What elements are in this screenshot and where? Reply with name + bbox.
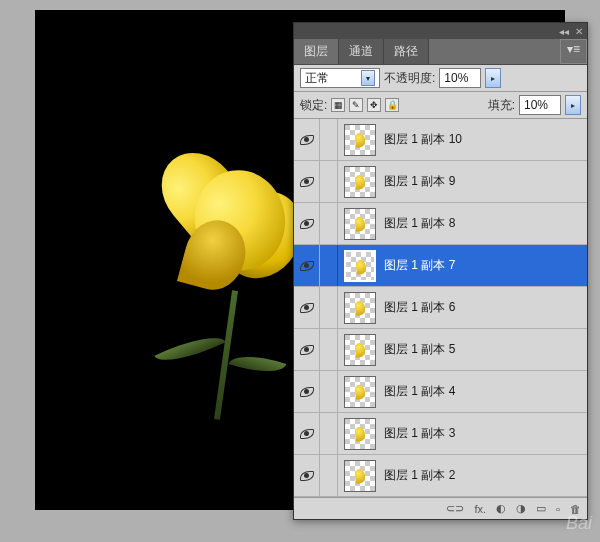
link-column[interactable] xyxy=(320,455,338,496)
layer-name[interactable]: 图层 1 副本 10 xyxy=(382,131,587,148)
link-column[interactable] xyxy=(320,119,338,160)
visibility-toggle[interactable] xyxy=(294,203,320,244)
blend-mode-select[interactable]: 正常 ▾ xyxy=(300,68,380,88)
layer-name[interactable]: 图层 1 副本 6 xyxy=(382,299,587,316)
layer-thumbnail[interactable] xyxy=(344,418,376,450)
panel-menu-icon[interactable]: ▾≡ xyxy=(560,39,587,64)
layer-row[interactable]: 图层 1 副本 9 xyxy=(294,161,587,203)
visibility-toggle[interactable] xyxy=(294,455,320,496)
link-column[interactable] xyxy=(320,203,338,244)
blend-row: 正常 ▾ 不透明度: 10% ▸ xyxy=(294,65,587,92)
tab-paths[interactable]: 路径 xyxy=(384,39,429,64)
fx-icon[interactable]: fx. xyxy=(474,503,486,515)
layer-name[interactable]: 图层 1 副本 7 xyxy=(382,257,587,274)
layer-thumbnail[interactable] xyxy=(344,166,376,198)
collapse-icon[interactable]: ◂◂ xyxy=(559,26,569,37)
lock-row: 锁定: ▦ ✎ ✥ 🔒 填充: 10% ▸ xyxy=(294,92,587,119)
visibility-toggle[interactable] xyxy=(294,119,320,160)
layer-thumbnail[interactable] xyxy=(344,250,376,282)
eye-icon xyxy=(300,387,314,397)
new-layer-icon[interactable]: ▫ xyxy=(556,503,560,515)
close-icon[interactable]: ✕ xyxy=(575,26,583,37)
link-layers-icon[interactable]: ⊂⊃ xyxy=(446,502,464,515)
opacity-stepper[interactable]: ▸ xyxy=(485,68,501,88)
lock-icons: ▦ ✎ ✥ 🔒 xyxy=(331,98,399,112)
layer-row[interactable]: 图层 1 副本 6 xyxy=(294,287,587,329)
mask-icon[interactable]: ◐ xyxy=(496,502,506,515)
fill-input[interactable]: 10% xyxy=(519,95,561,115)
layer-name[interactable]: 图层 1 副本 8 xyxy=(382,215,587,232)
layer-name[interactable]: 图层 1 副本 2 xyxy=(382,467,587,484)
layer-name[interactable]: 图层 1 副本 9 xyxy=(382,173,587,190)
layer-row[interactable]: 图层 1 副本 7 xyxy=(294,245,587,287)
link-column[interactable] xyxy=(320,161,338,202)
panel-tabs: 图层 通道 路径 ▾≡ xyxy=(294,39,587,65)
layer-thumbnail[interactable] xyxy=(344,376,376,408)
eye-icon xyxy=(300,345,314,355)
lock-label: 锁定: xyxy=(300,97,327,114)
link-column[interactable] xyxy=(320,245,338,286)
lock-transparency-icon[interactable]: ▦ xyxy=(331,98,345,112)
eye-icon xyxy=(300,303,314,313)
eye-icon xyxy=(300,471,314,481)
tab-layers[interactable]: 图层 xyxy=(294,39,339,64)
lock-pixels-icon[interactable]: ✎ xyxy=(349,98,363,112)
layer-thumbnail[interactable] xyxy=(344,334,376,366)
layer-thumbnail[interactable] xyxy=(344,292,376,324)
eye-icon xyxy=(300,261,314,271)
layer-row[interactable]: 图层 1 副本 10 xyxy=(294,119,587,161)
visibility-toggle[interactable] xyxy=(294,245,320,286)
folder-icon[interactable]: ▭ xyxy=(536,502,546,515)
eye-icon xyxy=(300,177,314,187)
visibility-toggle[interactable] xyxy=(294,287,320,328)
layer-thumbnail[interactable] xyxy=(344,460,376,492)
opacity-input[interactable]: 10% xyxy=(439,68,481,88)
layer-row[interactable]: 图层 1 副本 3 xyxy=(294,413,587,455)
visibility-toggle[interactable] xyxy=(294,329,320,370)
eye-icon xyxy=(300,219,314,229)
eye-icon xyxy=(300,429,314,439)
layer-bottombar: ⊂⊃ fx. ◐ ◑ ▭ ▫ 🗑 xyxy=(294,497,587,519)
panel-titlebar[interactable]: ◂◂ ✕ xyxy=(294,23,587,39)
layer-name[interactable]: 图层 1 副本 4 xyxy=(382,383,587,400)
link-column[interactable] xyxy=(320,371,338,412)
layer-row[interactable]: 图层 1 副本 8 xyxy=(294,203,587,245)
eye-icon xyxy=(300,135,314,145)
watermark: Bai xyxy=(566,513,592,534)
adjustment-icon[interactable]: ◑ xyxy=(516,502,526,515)
layer-thumbnail[interactable] xyxy=(344,124,376,156)
layer-row[interactable]: 图层 1 副本 2 xyxy=(294,455,587,497)
canvas-artwork xyxy=(135,140,315,420)
layer-thumbnail[interactable] xyxy=(344,208,376,240)
layer-name[interactable]: 图层 1 副本 3 xyxy=(382,425,587,442)
opacity-label: 不透明度: xyxy=(384,70,435,87)
lock-all-icon[interactable]: 🔒 xyxy=(385,98,399,112)
layers-panel: ◂◂ ✕ 图层 通道 路径 ▾≡ 正常 ▾ 不透明度: 10% ▸ 锁定: ▦ … xyxy=(293,22,588,520)
visibility-toggle[interactable] xyxy=(294,371,320,412)
tab-channels[interactable]: 通道 xyxy=(339,39,384,64)
chevron-down-icon: ▾ xyxy=(361,70,375,86)
visibility-toggle[interactable] xyxy=(294,161,320,202)
layer-name[interactable]: 图层 1 副本 5 xyxy=(382,341,587,358)
lock-position-icon[interactable]: ✥ xyxy=(367,98,381,112)
link-column[interactable] xyxy=(320,413,338,454)
layer-row[interactable]: 图层 1 副本 4 xyxy=(294,371,587,413)
link-column[interactable] xyxy=(320,287,338,328)
visibility-toggle[interactable] xyxy=(294,413,320,454)
blend-mode-value: 正常 xyxy=(305,70,329,87)
layers-list: 图层 1 副本 10图层 1 副本 9图层 1 副本 8图层 1 副本 7图层 … xyxy=(294,119,587,497)
layer-row[interactable]: 图层 1 副本 5 xyxy=(294,329,587,371)
fill-label: 填充: xyxy=(488,97,515,114)
fill-stepper[interactable]: ▸ xyxy=(565,95,581,115)
link-column[interactable] xyxy=(320,329,338,370)
